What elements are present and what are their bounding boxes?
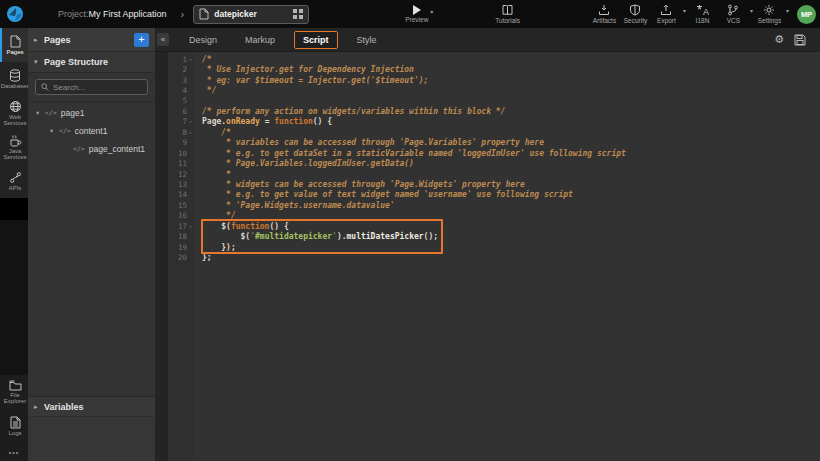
gutter-line-7[interactable]: 7 - (168, 117, 194, 127)
code-line-13[interactable]: * widgets can be accessed through 'Page.… (202, 179, 820, 189)
gutter-line-15: 15 (168, 200, 194, 210)
add-page-button[interactable]: + (134, 33, 149, 47)
export-caret-icon[interactable]: ▾ (683, 7, 686, 14)
gutter-line-8[interactable]: 8 - (168, 127, 194, 137)
pages-panel-title: Pages (44, 35, 134, 45)
tutorials-label: Tutorials (495, 17, 520, 24)
tree-item-content1[interactable]: ▾ </> content1 (28, 122, 155, 140)
code-line-20[interactable]: }; (202, 252, 820, 262)
i18n-button[interactable]: A I18N (688, 4, 717, 24)
artifacts-button[interactable]: Artifacts (590, 4, 619, 24)
sidebar-item-databases[interactable]: Databases (0, 62, 28, 96)
pages-panel-header[interactable]: ▸ Pages + (28, 28, 155, 52)
code-line-8[interactable]: /* (202, 127, 820, 137)
wavemaker-logo-icon[interactable] (0, 0, 30, 28)
code-line-5[interactable] (202, 96, 820, 106)
fold-toggle-icon[interactable]: - (187, 128, 194, 137)
code-line-10[interactable]: * e.g. to get dataSet in a staticVariabl… (202, 148, 820, 158)
code-line-17[interactable]: $(function() { (202, 221, 820, 231)
code-line-3[interactable]: * eg: var $timeout = Injector.get('$time… (202, 75, 820, 85)
preview-caret-icon[interactable]: ▾ (430, 8, 433, 15)
line-number: 17 (178, 222, 187, 231)
variables-header[interactable]: ▸ Variables (28, 396, 155, 416)
tutorials-button[interactable]: Tutorials (495, 4, 520, 24)
settings-button[interactable]: Settings (755, 4, 784, 24)
line-number: 3 (182, 76, 187, 85)
search-box[interactable] (35, 79, 148, 95)
page-structure-tree: ▾ </> page1▾ </> content1 </> page_conte… (28, 102, 155, 396)
export-icon (660, 4, 672, 16)
settings-caret-icon[interactable]: ▾ (786, 7, 789, 14)
editor-code[interactable]: /* * Use Injector.get for Dependency Inj… (194, 52, 820, 461)
code-line-18[interactable]: $('#multidatepicker').multiDatesPicker()… (202, 231, 820, 241)
preview-label: Preview (405, 16, 428, 23)
tab-script[interactable]: Script (294, 31, 338, 49)
more-options-icon[interactable]: ••• (0, 443, 28, 461)
sidebar-label-web-services: WebServices (3, 114, 26, 127)
sidebar-label-logs: Logs (8, 430, 21, 437)
save-icon[interactable] (794, 34, 806, 46)
vcs-button[interactable]: VCS (719, 4, 748, 24)
gutter-line-1[interactable]: 1 - (168, 54, 194, 64)
java-services-icon (9, 134, 22, 147)
artifacts-icon (598, 4, 610, 16)
tab-design[interactable]: Design (180, 31, 226, 49)
pages-collapse-icon[interactable]: ▸ (34, 36, 44, 44)
preview-button[interactable]: Preview (405, 5, 428, 23)
active-page-tab[interactable]: datepicker (193, 5, 309, 24)
script-editor[interactable]: 1 -2 3 4 5 6 7 -8 -9 10 11 12 13 14 15 1… (168, 52, 820, 461)
i18n-label: I18N (696, 17, 710, 24)
sidebar-item-java-services[interactable]: JavaServices (0, 130, 28, 164)
database-icon (9, 69, 21, 82)
variables-collapse-icon[interactable]: ▸ (34, 403, 44, 411)
fold-toggle-icon[interactable]: - (187, 222, 194, 231)
security-button[interactable]: Security (621, 4, 650, 24)
panel-collapse-button[interactable]: « (157, 33, 169, 46)
code-line-15[interactable]: * 'Page.Widgets.username.datavalue' (202, 200, 820, 210)
structure-expand-icon[interactable]: ▾ (34, 58, 44, 66)
variables-title: Variables (44, 402, 84, 412)
editor-settings-icon[interactable]: ⚙ (774, 33, 784, 46)
sidebar-item-file-explorer[interactable]: FileExplorer (0, 375, 28, 409)
tab-style[interactable]: Style (348, 31, 386, 49)
sidebar-item-web-services[interactable]: WebServices (0, 96, 28, 130)
code-line-12[interactable]: * (202, 169, 820, 179)
export-button[interactable]: Export (652, 4, 681, 24)
project-title: Project:My First Application (58, 9, 167, 19)
grid-icon[interactable] (293, 9, 303, 19)
page-structure-header[interactable]: ▾ Page Structure (28, 52, 155, 73)
code-line-14[interactable]: * e.g. to get value of text widget named… (202, 190, 820, 200)
gutter-line-17[interactable]: 17 - (168, 221, 194, 231)
gutter-line-14: 14 (168, 190, 194, 200)
code-line-19[interactable]: }); (202, 242, 820, 252)
line-number: 5 (182, 96, 187, 105)
tree-expander-icon[interactable]: ▾ (36, 109, 45, 117)
code-line-11[interactable]: * Page.Variables.loggedInUser.getData() (202, 158, 820, 168)
sidebar-label-java-services: JavaServices (3, 148, 26, 161)
search-input[interactable] (53, 83, 142, 92)
code-line-16[interactable]: */ (202, 211, 820, 221)
code-line-9[interactable]: * variables can be accessed through 'Pag… (202, 138, 820, 148)
user-avatar[interactable]: MP (797, 5, 816, 24)
fold-toggle-icon[interactable]: - (187, 117, 194, 126)
code-line-1[interactable]: /* (202, 54, 820, 64)
fold-toggle-icon[interactable]: - (187, 55, 194, 64)
sidebar-item-apis[interactable]: APIs (0, 164, 28, 198)
export-label: Export (657, 17, 676, 24)
pages-icon (10, 35, 21, 48)
tree-item-page1[interactable]: ▾ </> page1 (28, 104, 155, 122)
sidebar-item-pages[interactable]: Pages (0, 28, 28, 62)
panel-bottom-spacer (28, 416, 155, 461)
tab-markup[interactable]: Markup (236, 31, 284, 49)
tree-item-page_content1[interactable]: </> page_content1 (28, 140, 155, 158)
widget-code-icon: </> (59, 127, 71, 135)
code-line-6[interactable]: /* perform any action on widgets/variabl… (202, 106, 820, 116)
line-number: 20 (178, 253, 187, 262)
code-line-2[interactable]: * Use Injector.get for Dependency Inject… (202, 64, 820, 74)
vcs-caret-icon[interactable]: ▾ (750, 7, 753, 14)
code-line-7[interactable]: Page.onReady = function() { (202, 117, 820, 127)
tree-expander-icon[interactable]: ▾ (50, 127, 59, 135)
code-line-4[interactable]: */ (202, 85, 820, 95)
sidebar-label-pages: Pages (6, 49, 23, 56)
sidebar-item-logs[interactable]: Logs (0, 409, 28, 443)
